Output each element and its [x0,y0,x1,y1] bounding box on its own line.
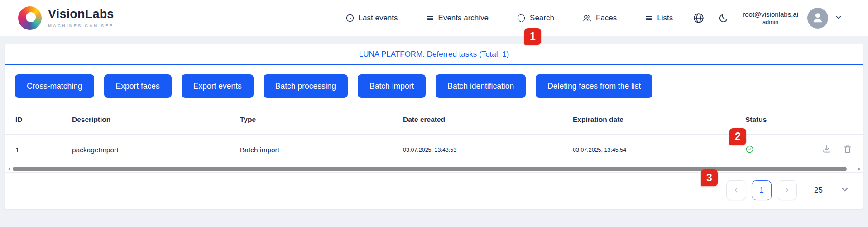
account-email: root@visionlabs.ai [743,10,798,19]
page-size-value: 25 [814,186,823,195]
column-header-description: Description [72,116,240,124]
visionlabs-logo[interactable]: VisionLabs MACHINES CAN SEE [18,6,114,30]
account-role: admin [743,19,798,26]
dark-mode-moon-icon[interactable] [718,13,729,24]
scrollbar-thumb[interactable] [13,167,847,171]
task-date-created: 03.07.2025, 13:43:53 [403,147,573,153]
annotation-badge-2: 2 [729,128,746,145]
account-info[interactable]: root@visionlabs.ai admin [743,10,798,26]
nav-label: Lists [657,14,673,23]
task-type: Batch import [240,146,403,154]
nav-label: Events archive [438,14,489,23]
annotation-badge-1: 1 [524,28,541,45]
nav-item-last-events[interactable]: Last events [345,14,398,23]
batch-processing-button[interactable]: Batch processing [264,74,348,98]
list-lines-icon [426,14,434,22]
annotation-badge-3: 3 [701,169,718,186]
person-icon [811,10,825,26]
people-icon [582,14,592,23]
language-globe-icon[interactable] [693,12,705,24]
batch-identification-button[interactable]: Batch identification [436,74,526,98]
column-header-type: Type [240,116,403,124]
deleting-faces-from-list-button[interactable]: Deleting faces from the list [536,74,652,98]
column-header-id: ID [15,116,72,124]
column-header-status: Status [745,116,782,124]
page-title: LUNA PLATFORM. Deferred tasks (Total: 1) [359,50,509,59]
trash-icon[interactable] [843,144,853,156]
chevron-down-icon [840,184,850,196]
current-page-button[interactable]: 1 [752,180,772,200]
task-status [745,145,782,155]
page-size-selector[interactable]: 25 [814,184,850,196]
scan-search-icon [517,14,526,23]
nav-item-search[interactable]: Search [517,14,554,23]
task-id: 1 [15,146,72,154]
task-expiration-date: 03.07.2025, 13:45:54 [573,147,745,153]
clock-icon [345,14,355,23]
list-lines-icon [645,14,653,22]
nav-item-faces[interactable]: Faces [582,14,617,23]
export-faces-button[interactable]: Export faces [104,74,172,98]
task-description: packageImport [72,146,240,154]
next-page-button[interactable] [777,180,797,200]
user-avatar[interactable] [807,8,828,29]
deferred-tasks-panel: LUNA PLATFORM. Deferred tasks (Total: 1)… [5,44,863,209]
previous-page-button[interactable] [726,180,746,200]
nav-label: Faces [596,14,617,23]
logo-title: VisionLabs [48,8,114,20]
logo-tagline: MACHINES CAN SEE [48,23,114,28]
nav-label: Search [530,14,554,23]
nav-item-lists[interactable]: Lists [645,14,673,23]
cross-matching-button[interactable]: Cross-matching [15,74,94,98]
column-header-expiration-date: Expiration date [573,116,745,124]
export-events-button[interactable]: Export events [182,74,254,98]
task-actions-toolbar: Cross-matching Export faces Export event… [5,65,863,98]
horizontal-scrollbar [5,165,863,173]
panel-title-bar: LUNA PLATFORM. Deferred tasks (Total: 1) [5,44,863,65]
status-success-icon [745,145,754,155]
download-icon[interactable] [822,144,832,156]
visionlabs-logo-icon [18,6,42,30]
account-chevron-down-icon[interactable] [834,13,843,23]
scrollbar-left-arrow[interactable] [8,167,10,171]
nav-label: Last events [359,14,398,23]
pagination: 1 25 [5,173,863,200]
main-nav: Last events Events archive Search Faces … [317,8,843,29]
batch-import-button[interactable]: Batch import [358,74,426,98]
scrollbar-right-arrow[interactable] [858,167,861,171]
nav-item-events-archive[interactable]: Events archive [426,14,489,23]
column-header-date-created: Date created [403,116,573,124]
task-row-actions [782,144,853,156]
top-navigation-bar: VisionLabs MACHINES CAN SEE Last events … [0,0,868,36]
